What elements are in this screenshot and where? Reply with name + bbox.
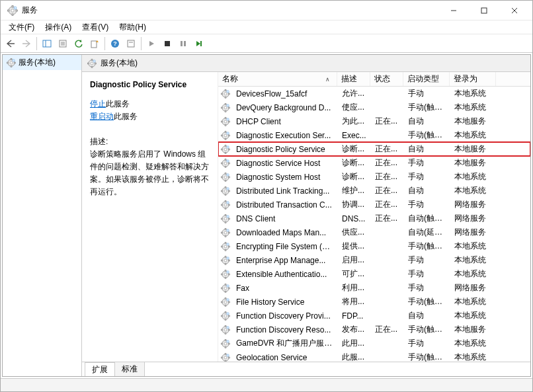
restart-service-button[interactable] [192,36,206,51]
cell-startup: 自动(触发... [404,212,450,225]
cell-startup: 手动(触发... [404,239,450,253]
table-row[interactable]: DNS ClientDNS...正在...自动(触发...网络服务 [218,212,530,225]
cell-startup: 手动(触发... [404,128,450,142]
cell-status [371,315,404,317]
cell-logon: 网络服务 [450,225,497,239]
pause-service-button[interactable] [176,36,190,51]
table-row[interactable]: DHCP Client为此...正在...自动本地服务 [218,114,530,128]
window-title: 服务 [22,5,438,16]
cell-logon: 本地服务 [450,323,497,336]
cell-status: 正在... [371,198,404,212]
nav-forward-button[interactable] [19,36,34,51]
cell-logon: 本地系统 [450,100,497,114]
properties-2-button[interactable] [124,36,138,51]
cell-status: 正在... [371,114,404,128]
cell-desc: Exec... [338,130,371,141]
svg-rect-8 [481,8,487,13]
restart-suffix: 此服务 [114,112,138,121]
table-row[interactable]: Distributed Transaction C...协调...正在...手动… [218,198,530,212]
tab-extended[interactable]: 扩展 [85,362,115,376]
cell-startup: 手动(触发... [404,295,450,309]
service-icon [221,159,230,168]
table-row[interactable]: Diagnostic Policy Service诊断...正在...自动本地服… [218,142,530,156]
stop-service-line: 停止此服务 [90,98,210,110]
cell-desc: 此用... [338,336,371,350]
service-icon [221,89,230,98]
tab-standard[interactable]: 标准 [114,362,145,376]
restart-service-link[interactable]: 重启动 [90,112,114,121]
column-name[interactable]: 名称∧ [218,72,337,86]
column-logon[interactable]: 登录为 [450,72,496,86]
table-row[interactable]: DevQuery Background D...使应...手动(触发...本地系… [218,100,530,114]
help-button[interactable]: ? [108,36,122,51]
cell-desc: 诊断... [338,142,371,156]
export-list-button[interactable] [87,36,102,51]
menu-action[interactable]: 操作(A) [40,20,77,34]
refresh-button[interactable] [71,36,86,51]
cell-logon: 本地系统 [450,253,497,267]
table-row[interactable]: Extensible Authenticatio...可扩...手动本地系统 [218,267,530,281]
show-hide-console-button[interactable] [40,36,54,51]
cell-status [371,259,404,262]
table-row[interactable]: File History Service将用...手动(触发...本地系统 [218,295,530,309]
stop-service-button[interactable] [160,36,175,51]
service-icon [221,173,230,182]
column-status[interactable]: 状态 [370,72,403,86]
tree-root-item[interactable]: 服务(本地) [3,55,81,70]
nav-back-button[interactable] [3,36,18,51]
column-desc[interactable]: 描述 [337,72,370,86]
toolbar-separator [36,37,37,50]
cell-startup: 手动 [404,156,450,170]
stop-service-link[interactable]: 停止 [90,99,106,108]
stop-suffix: 此服务 [106,99,130,108]
start-service-button[interactable] [144,36,159,51]
cell-name: Enterprise App Manage... [232,255,338,266]
cell-desc: 为此... [338,114,371,128]
selected-service-title: Diagnostic Policy Service [90,79,210,91]
cell-status [371,245,404,248]
cell-desc: 允许... [338,87,371,100]
cell-startup: 手动(触发... [404,350,450,362]
table-row[interactable]: Diagnostic Execution Ser...Exec...手动(触发.… [218,128,530,142]
tree-pane: 服务(本地) [3,55,82,376]
svg-rect-20 [128,40,134,47]
detail-split: Diagnostic Policy Service 停止此服务 重启动此服务 描… [82,72,530,362]
table-row[interactable]: Function Discovery Provi...FDP...自动本地系统 [218,309,530,323]
table-row[interactable]: GameDVR 和广播用户服务...此用...手动本地系统 [218,336,530,350]
svg-rect-25 [200,41,202,46]
table-row[interactable]: Diagnostic System Host诊断...正在...手动本地系统 [218,170,530,184]
service-icon [221,117,230,126]
maximize-button[interactable] [469,1,499,20]
table-row[interactable]: Downloaded Maps Man...供应...自动(延迟...网络服务 [218,225,530,239]
service-icon [221,228,230,237]
table-row[interactable]: Function Discovery Reso...发布...正在...手动(触… [218,323,530,336]
minimize-button[interactable] [438,1,469,20]
sort-indicator-icon: ∧ [323,76,333,83]
table-row[interactable]: Fax利用...手动网络服务 [218,281,530,295]
table-row[interactable]: DevicesFlow_15afcf允许...手动本地系统 [218,87,530,100]
close-button[interactable] [499,1,530,20]
table-row[interactable]: Encrypting File System (E...提供...手动(触发..… [218,239,530,253]
cell-logon: 本地系统 [450,295,497,309]
menu-help[interactable]: 帮助(H) [114,20,151,34]
description-text: 诊断策略服务启用了 Windows 组件的问题检测、疑难解答和解决方案。如果该服… [90,148,210,199]
properties-button[interactable] [56,36,70,51]
cell-desc: 发布... [338,323,371,336]
service-icon [221,284,230,293]
service-list[interactable]: 名称∧ 描述 状态 启动类型 登录为 DevicesFlow_15afcf允许.… [218,72,530,362]
cell-logon: 本地系统 [450,87,497,100]
table-row[interactable]: Distributed Link Tracking...维护...正在...自动… [218,184,530,198]
menu-file[interactable]: 文件(F) [3,20,40,34]
service-icon [221,353,230,362]
cell-desc: 诊断... [338,156,371,170]
cell-startup: 手动 [404,170,450,184]
table-row[interactable]: Diagnostic Service Host诊断...正在...手动本地服务 [218,156,530,170]
table-row[interactable]: Enterprise App Manage...启用...手动本地系统 [218,253,530,267]
cell-status: 正在... [371,212,404,225]
table-row[interactable]: Geolocation Service此服...手动(触发...本地系统 [218,350,530,362]
menu-view[interactable]: 查看(V) [77,20,114,34]
column-startup[interactable]: 启动类型 [403,72,450,86]
cell-logon: 本地服务 [450,142,497,156]
cell-logon: 本地系统 [450,336,497,350]
cell-logon: 本地系统 [450,128,497,142]
